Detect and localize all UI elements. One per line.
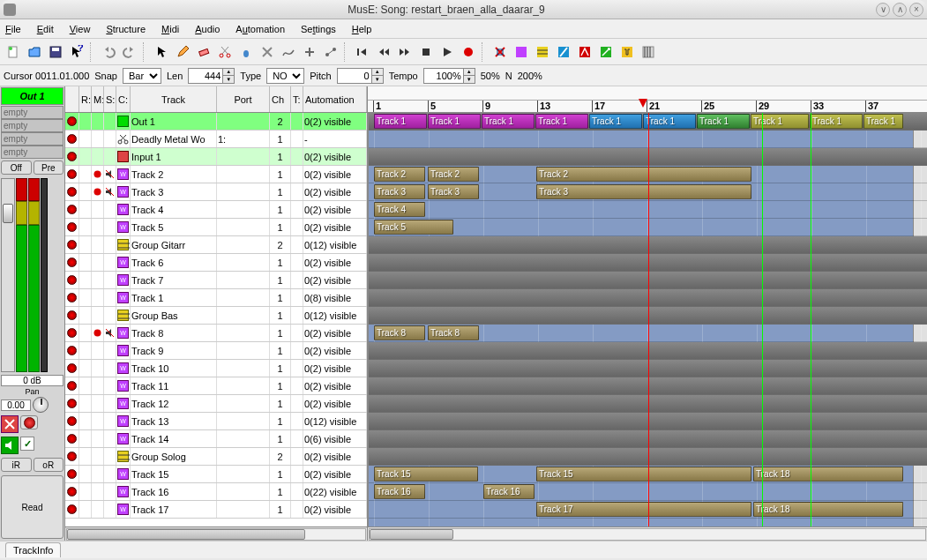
track-automation[interactable]: 0(2) visible — [303, 166, 367, 183]
track-automation[interactable]: 0(2) visible — [303, 395, 367, 412]
automation-tool[interactable] — [321, 42, 340, 62]
track-port[interactable] — [217, 360, 270, 377]
arranger-part[interactable]: Track 2 — [374, 167, 425, 182]
rec-dot-icon[interactable] — [67, 469, 77, 479]
track-name[interactable]: Track 14 — [131, 430, 217, 447]
arranger-part[interactable]: Track 16 — [374, 484, 425, 499]
track-automation[interactable]: 0(2) visible — [303, 113, 367, 130]
arranger-part[interactable]: Track 15 — [374, 467, 478, 482]
track-row[interactable]: WTrack 1310(12) visible — [65, 413, 367, 430]
track-row[interactable]: WTrack 410(2) visible — [65, 201, 367, 219]
track-name[interactable]: Group Bas — [131, 307, 217, 324]
track-name[interactable]: Track 10 — [131, 360, 217, 377]
track-row[interactable]: WTrack 1110(2) visible — [65, 377, 367, 395]
track-row[interactable]: WTrack 110(8) visible — [65, 289, 367, 307]
redo-button[interactable] — [120, 42, 139, 62]
arranger-part[interactable]: Track 18 — [753, 467, 903, 482]
track-channel[interactable]: 1 — [270, 148, 291, 165]
arranger-hscroll[interactable] — [368, 526, 927, 541]
track-automation[interactable]: 0(2) visible — [303, 219, 367, 235]
track-port[interactable] — [217, 325, 270, 341]
track-row[interactable]: WTrack 810(2) visible — [65, 325, 367, 342]
rec-dot-icon[interactable] — [67, 258, 77, 267]
arranger-part[interactable]: Track 18 — [753, 502, 903, 517]
track-automation[interactable]: 0(2) visible — [303, 360, 367, 377]
track-row[interactable]: Deadly Metal Wo1:1- — [65, 131, 367, 148]
rec-dot-icon[interactable] — [67, 293, 77, 302]
arranger-part[interactable]: Track 1 — [697, 114, 750, 129]
insert-slot[interactable]: empty — [1, 146, 64, 159]
track-channel[interactable]: 2 — [270, 113, 291, 130]
track-port[interactable] — [217, 395, 270, 412]
rec-dot-icon[interactable] — [67, 310, 77, 320]
output-name[interactable]: Out 1 — [1, 87, 64, 105]
menu-automation[interactable]: Automation — [235, 24, 285, 34]
track-channel[interactable]: 1 — [270, 395, 291, 412]
timeline-ruler[interactable]: 15913172125293337 — [368, 86, 927, 113]
track-port[interactable] — [217, 201, 270, 218]
insert-slot[interactable]: empty — [1, 119, 64, 132]
mute-tool[interactable] — [258, 42, 277, 62]
tempo-50[interactable]: 50% — [481, 71, 500, 81]
tempo-200[interactable]: 200% — [518, 71, 542, 81]
rec-dot-icon[interactable] — [67, 169, 77, 179]
rec-dot-icon[interactable] — [67, 222, 77, 232]
arranger-part[interactable]: Track 1 — [482, 114, 535, 129]
track-automation[interactable]: 0(12) visible — [303, 236, 367, 253]
track-port[interactable] — [217, 236, 270, 253]
arranger-part[interactable]: Track 8 — [428, 325, 479, 340]
menu-audio[interactable]: Audio — [195, 24, 220, 34]
track-name[interactable]: Track 15 — [131, 466, 217, 482]
track-name[interactable]: Track 7 — [131, 272, 217, 288]
track-name[interactable]: Track 17 — [131, 501, 217, 518]
pan-knob[interactable] — [33, 397, 49, 413]
arranger-part[interactable]: Track 1 — [535, 114, 588, 129]
input-routing-button[interactable]: iR — [1, 458, 32, 472]
rec-arm-button[interactable] — [20, 415, 38, 429]
track-automation[interactable]: 0(2) visible — [303, 466, 367, 482]
track-automation[interactable]: 0(2) visible — [303, 201, 367, 218]
track-automation[interactable]: 0(2) visible — [303, 325, 367, 341]
arranger-part[interactable]: Track 17 — [536, 502, 751, 517]
arranger-part[interactable]: Track 2 — [428, 167, 479, 182]
track-channel[interactable]: 1 — [270, 183, 291, 200]
track-port[interactable] — [217, 377, 270, 394]
track-channel[interactable]: 1 — [270, 342, 291, 359]
tracklist-hscroll[interactable] — [65, 526, 367, 541]
trackinfo-tab[interactable]: TrackInfo — [5, 542, 61, 557]
track-name[interactable]: Track 13 — [131, 413, 217, 429]
track-port[interactable] — [217, 183, 270, 200]
arranger-part[interactable]: Track 3 — [428, 184, 479, 199]
track-name[interactable]: Input 1 — [131, 148, 217, 165]
track-port[interactable] — [217, 501, 270, 518]
track-automation[interactable]: 0(12) visible — [303, 413, 367, 429]
editor-3-button[interactable] — [554, 42, 573, 62]
arranger-part[interactable]: Track 3 — [374, 184, 425, 199]
menu-view[interactable]: View — [70, 24, 91, 34]
editor-1-button[interactable] — [512, 42, 531, 62]
track-channel[interactable]: 1 — [270, 483, 291, 500]
track-name[interactable]: Track 12 — [131, 395, 217, 412]
menu-settings[interactable]: Settings — [301, 24, 336, 34]
close-button[interactable]: × — [909, 3, 923, 17]
editor-7-button[interactable] — [639, 42, 658, 62]
rec-dot-icon[interactable] — [67, 134, 77, 144]
mute-button[interactable] — [1, 415, 19, 433]
track-channel[interactable]: 1 — [270, 201, 291, 218]
col-rec[interactable] — [65, 86, 79, 112]
arranger-part[interactable]: Track 1 — [643, 114, 696, 129]
track-automation[interactable]: 0(2) visible — [303, 148, 367, 165]
track-name[interactable]: Track 9 — [131, 342, 217, 359]
track-channel[interactable]: 1 — [270, 131, 291, 147]
rec-dot-icon[interactable] — [67, 434, 77, 444]
rec-dot-icon[interactable] — [67, 275, 77, 285]
glue-tool[interactable] — [236, 42, 256, 62]
track-port[interactable] — [217, 148, 270, 165]
arranger-part[interactable]: Track 2 — [536, 167, 751, 182]
rec-dot-icon[interactable] — [67, 328, 77, 338]
save-button[interactable] — [46, 42, 65, 62]
track-channel[interactable]: 1 — [270, 254, 291, 271]
track-port[interactable] — [217, 254, 270, 271]
track-name[interactable]: Track 2 — [131, 166, 217, 183]
rec-dot-icon[interactable] — [67, 346, 77, 355]
